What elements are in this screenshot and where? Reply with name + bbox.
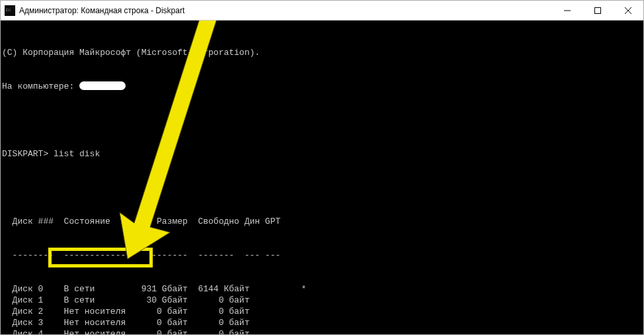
copyright-line: (C) Корпорация Майкрософт (Microsoft Cor… [2, 47, 642, 58]
prompt-list-disk: DISKPART> list disk [2, 148, 642, 160]
disk-table-header: Диск ### Состояние Размер Свободно Дин G… [2, 216, 642, 227]
disk-row: Диск 3 Нет носителя 0 байт 0 байт [2, 317, 642, 328]
window: C:\ Администратор: Командная строка - Di… [0, 0, 644, 335]
titlebar[interactable]: C:\ Администратор: Командная строка - Di… [1, 1, 643, 21]
disk-table-separator: -------- ------------- ------- ------- -… [2, 250, 642, 261]
cmd-icon: C:\ [5, 5, 15, 16]
disk-row: Диск 2 Нет носителя 0 байт 0 байт [2, 306, 642, 317]
window-controls [552, 1, 643, 20]
svg-text:C:\: C:\ [6, 8, 11, 12]
window-title: Администратор: Командная строка - Diskpa… [19, 6, 552, 15]
redacted-name [79, 81, 126, 90]
disk-row: Диск 4 Нет носителя 0 байт 0 байт [2, 328, 642, 334]
svg-rect-4 [595, 7, 601, 13]
on-computer-line: На компьютере: [2, 81, 642, 92]
disk-row: Диск 1 В сети 30 Gбайт 0 байт [2, 295, 642, 306]
on-computer-label: На компьютере: [2, 81, 79, 91]
maximize-button[interactable] [583, 1, 613, 20]
disk-row: Диск 0 В сети 931 Gбайт 6144 Кбайт * [2, 283, 642, 295]
close-button[interactable] [613, 1, 643, 20]
minimize-button[interactable] [552, 1, 583, 20]
terminal[interactable]: (C) Корпорация Майкрософт (Microsoft Cor… [1, 21, 643, 334]
